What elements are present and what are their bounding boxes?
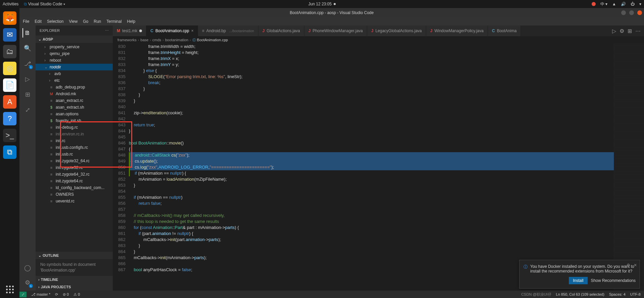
app-menu[interactable]: ⧉ Visual Studio Code ▾ [24,2,65,6]
warnings-count[interactable]: ⚠ 0 [73,292,80,297]
workspace-root[interactable]: ⌄ AOSP [36,36,113,43]
software-icon[interactable]: A [3,95,16,109]
notification-indicator-icon[interactable] [592,2,596,6]
file-fsverity-init-sh[interactable]: $fsverity_init.sh [36,117,113,124]
run-activity[interactable]: ▷ [23,74,32,84]
run-icon[interactable]: ▷ [612,28,616,34]
code-content[interactable]: frame.trimWidth = width; frame.trimHeigh… [129,44,614,291]
explorer-activity[interactable]: 🗎 [22,28,32,38]
show-applications-icon[interactable] [6,286,14,293]
show-recommendations-button[interactable]: Show Recommendations [591,277,636,284]
file-init-zygote64-rc[interactable]: ≡init.zygote64.rc [36,178,113,184]
sync-button[interactable]: ⟳ [55,292,58,297]
menu-edit[interactable]: Edit [35,19,42,24]
folder-reboot[interactable]: reboot [36,57,113,64]
encoding-status[interactable]: UTF-8 [630,292,641,296]
java-projects-section[interactable]: › JAVA PROJECTS [36,283,113,291]
file-asan-extract-sh[interactable]: $asan_extract.sh [36,104,113,111]
settings-gear-icon[interactable]: ⚙1 [23,278,32,287]
menu-view[interactable]: View [69,19,78,24]
menu-selection[interactable]: Selection [47,19,63,24]
minimap[interactable] [614,44,644,291]
file-ueventd-rc[interactable]: ≡ueventd.rc [36,198,113,204]
clock[interactable]: Jun 12 23:05 [308,2,336,6]
breadcrumb-segment[interactable]: base [141,38,149,42]
menu-file[interactable]: File [23,19,29,24]
files-icon[interactable]: 🗂 [3,45,16,58]
notification-close-icon[interactable]: ✕ [634,263,637,267]
file-init-rc[interactable]: ≡init.rc [36,137,113,144]
outline-section[interactable]: ⌄ OUTLINE [36,252,113,259]
code-editor[interactable]: 8308318328338348358368378388398408418428… [113,44,644,291]
file-init-zygote32-64-rc[interactable]: ≡init.zygote32_64.rc [36,158,113,164]
breadcrumb[interactable]: frameworks›base›cmds›bootanimation›Ⓒ Boo… [113,36,644,44]
errors-count[interactable]: ⊘ 0 [63,292,69,297]
folder-qemu-pipe[interactable]: qemu_pipe [36,50,113,57]
more-icon[interactable]: ⋯ [635,28,641,34]
breadcrumb-segment[interactable]: bootanimation [165,38,188,42]
input-method[interactable]: 中 ▾ [600,1,607,7]
tab-bootanimation-cpp[interactable]: CBootAnimation.cpp× [146,25,198,36]
explorer-more-icon[interactable]: ⋯ [105,28,109,33]
git-branch[interactable]: ⎇ master * [31,292,50,297]
notification-gear-icon[interactable]: ⚙ [627,263,630,267]
tab-globalactions-java[interactable]: JGlobalActions.java [258,25,304,36]
firefox-icon[interactable]: 🦊 [3,11,16,25]
breadcrumb-segment[interactable]: Ⓒ BootAnimation.cpp [192,38,228,43]
power-icon[interactable]: ⏻ [631,2,635,6]
file-asan-extract-rc[interactable]: ≡asan_extract.rc [36,97,113,104]
volume-icon[interactable]: 🔊 [621,2,626,6]
cursor-position[interactable]: Ln 850, Col 63 (109 selected) [556,292,604,296]
vscode-icon[interactable]: ⧉ [3,145,16,159]
file-adb-debug-prop[interactable]: ≡adb_debug.prop [36,84,113,91]
tab-android-bp[interactable]: ≡Android.bp.../bootanimation [198,25,258,36]
breadcrumb-segment[interactable]: frameworks [117,38,137,42]
folder-etc[interactable]: etc [36,77,113,84]
file-owners[interactable]: ≡OWNERS [36,191,113,198]
menu-run[interactable]: Run [94,19,101,24]
tab-legacyglobalactions-java[interactable]: JLegacyGlobalActions.java [367,25,426,36]
menu-terminal[interactable]: Terminal [106,19,121,24]
source-control-activity[interactable]: ⎇1 [23,59,32,68]
folder-property-service[interactable]: property_service [36,44,113,50]
install-button[interactable]: Install [569,277,587,284]
maximize-button[interactable] [629,10,634,15]
thunderbird-icon[interactable]: ✉ [3,28,16,42]
file-init-usb-configfs-rc[interactable]: ≡init.usb.configfs.rc [36,144,113,151]
folder-avb[interactable]: avb [36,70,113,77]
terminal-icon[interactable]: >_ [3,129,16,142]
network-icon[interactable]: ▲ [612,2,616,6]
minimize-button[interactable] [621,10,626,15]
system-menu-chevron-icon[interactable]: ▾ [639,2,641,6]
file-init-environ-rc-in[interactable]: ≡init.environ.rc.in [36,131,113,137]
file-ld-config-backward-com-[interactable]: ≡ld_config_backward_com... [36,184,113,191]
tab-close-icon[interactable]: × [191,28,194,33]
menu-help[interactable]: Help [127,19,136,24]
file-init-zygote32-rc[interactable]: ≡init.zygote32.rc [36,164,113,171]
file-android-mk[interactable]: MAndroid.mk [36,91,113,97]
file-asan-options[interactable]: ≡asan.options [36,111,113,117]
split-icon[interactable]: ⊞ [628,28,632,34]
extensions-activity[interactable]: ⊞ [23,90,32,99]
tab-phonewindowmanager-java[interactable]: JPhoneWindowManager.java [304,25,367,36]
rhythmbox-icon[interactable]: ◎ [3,62,16,75]
indent-status[interactable]: Spaces: 4 [609,292,626,296]
remote-activity[interactable]: ⤢ [23,105,32,115]
file-init-usb-rc[interactable]: ≡init.usb.rc [36,151,113,158]
folder-rootdir[interactable]: rootdir [36,64,113,70]
search-activity[interactable]: 🔍 [23,44,32,53]
remote-indicator[interactable]: ⤢ [19,292,27,297]
tab-test1-mk[interactable]: Mtest1.mk [113,25,146,36]
help-icon[interactable]: ? [3,112,16,125]
file-init-zygote64-32-rc[interactable]: ≡init.zygote64_32.rc [36,171,113,178]
menu-go[interactable]: Go [83,19,88,24]
account-icon[interactable]: ◯ [23,263,32,273]
activities-button[interactable]: Activities [3,2,18,6]
tab-bootanima[interactable]: CBootAnima [488,25,521,36]
breadcrumb-segment[interactable]: cmds [152,38,161,42]
timeline-section[interactable]: › TIMELINE [36,276,113,283]
gear-icon[interactable]: ⚙ [620,28,624,34]
close-button[interactable] [637,10,642,15]
libreoffice-icon[interactable]: 📄 [3,78,16,92]
tab-windowmanagerpolicy-java[interactable]: JWindowManagerPolicy.java [426,25,488,36]
